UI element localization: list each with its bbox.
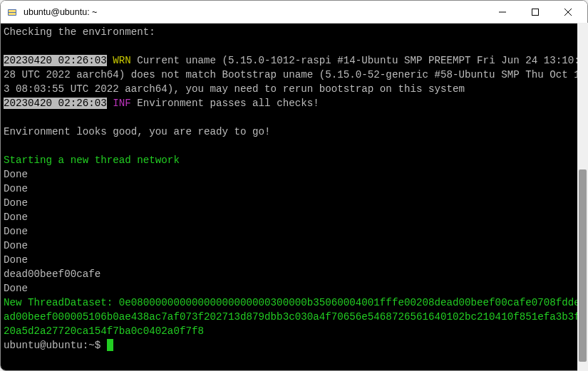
svg-rect-2 <box>9 13 16 15</box>
output-line <box>4 140 10 152</box>
output-line: Done <box>4 183 28 194</box>
timestamp: 20230420 02:26:03 <box>4 98 107 109</box>
app-icon <box>6 6 18 18</box>
log-level-wrn: WRN <box>113 55 131 66</box>
output-line: Environment passes all checks! <box>137 98 319 109</box>
output-line: Environment looks good, you are ready to… <box>4 126 271 137</box>
output-line: Done <box>4 254 28 266</box>
output-line: dead00beef00cafe <box>4 268 100 280</box>
output-line: Checking the environment: <box>4 26 155 38</box>
scrollbar-thumb[interactable] <box>579 169 587 362</box>
minimize-button[interactable] <box>486 1 519 23</box>
scrollbar-track[interactable] <box>577 23 588 371</box>
titlebar: ubuntu@ubuntu: ~ <box>1 1 587 23</box>
svg-rect-4 <box>532 9 539 15</box>
timestamp: 20230420 02:26:03 <box>4 55 107 66</box>
prompt: ubuntu@ubuntu:~$ <box>4 340 107 351</box>
output-line <box>4 112 10 123</box>
window-controls <box>486 1 584 23</box>
output-line: Done <box>4 226 28 237</box>
output-line: Done <box>4 283 28 294</box>
maximize-button[interactable] <box>519 1 552 23</box>
output-line: Done <box>4 211 28 223</box>
terminal-body[interactable]: Checking the environment: 20230420 02:26… <box>1 23 587 370</box>
window-title: ubuntu@ubuntu: ~ <box>24 7 486 17</box>
terminal-window: ubuntu@ubuntu: ~ Checking the environmen… <box>0 0 588 371</box>
output-line: New ThreadDataset: 0e0800000000000000000… <box>4 297 580 337</box>
output-line: Done <box>4 169 28 180</box>
output-line: Done <box>4 197 28 209</box>
svg-rect-1 <box>9 10 16 12</box>
log-level-inf: INF <box>113 98 131 109</box>
cursor <box>107 339 113 351</box>
output-line: Starting a new thread network <box>4 155 180 166</box>
close-button[interactable] <box>552 1 584 23</box>
output-line: Done <box>4 240 28 251</box>
output-line <box>4 41 10 52</box>
